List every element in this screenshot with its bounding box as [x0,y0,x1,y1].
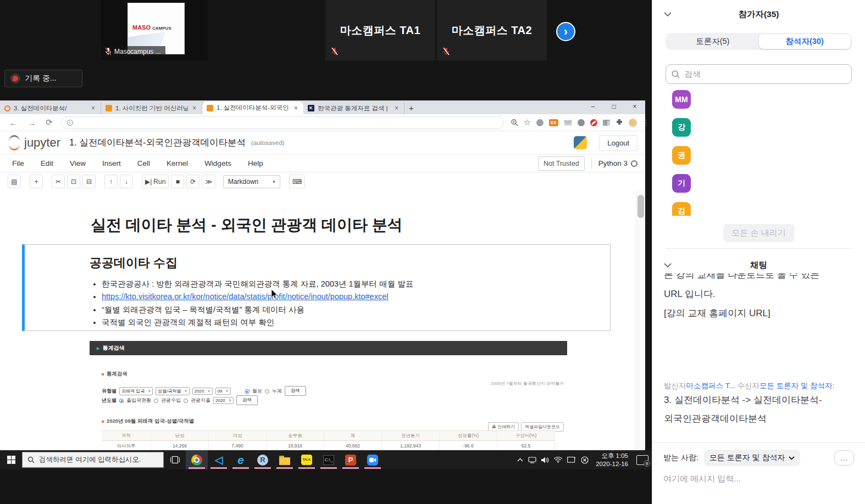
collapse-participants-icon[interactable] [664,12,672,16]
entry-exit-radio[interactable] [119,399,124,403]
taskbar-rstudio[interactable]: R [252,450,274,469]
scrollbar-thumb[interactable] [637,195,644,218]
tab-4[interactable]: K 한국관광 통계자료 검색 | 한국 × [303,102,404,114]
page-info-icon[interactable]: i [67,120,73,126]
recording-indicator[interactable]: 기록 중... [4,70,82,87]
sender-name[interactable]: 마소캠퍼스 T... [686,382,735,390]
new-tab-button[interactable]: + [409,103,414,113]
extension-ex-icon[interactable]: EX [549,119,558,126]
tab-2[interactable]: 1. 사이킷런 기반 머신러닝 - Jup × [101,102,202,114]
notification-center-button[interactable]: 9 [636,455,648,465]
menu-edit[interactable]: Edit [36,157,58,170]
address-bar[interactable]: i [61,116,504,129]
tab-close-icon[interactable]: × [191,104,197,112]
chat-messages[interactable]: 본 강의 교재를 다운로드로 볼 수 있는 URL 입니다. [강의 교재 홈페… [664,273,856,443]
profile-avatar[interactable] [629,119,637,127]
recipient-dropdown[interactable]: 모든 토론자 및 참석자 [704,450,801,466]
start-button[interactable] [0,450,22,469]
zoom-page-icon[interactable] [511,119,518,126]
attendee-row[interactable]: 강 [672,118,691,137]
keyboard-layout-icon[interactable] [567,457,576,463]
taskbar-explorer[interactable] [274,450,296,469]
chat-input[interactable]: 여기에 메시지 입력... [663,474,854,484]
status-x-icon[interactable] [581,456,589,464]
tourism-spending-radio[interactable] [184,399,188,403]
notebook-title[interactable]: 1. 실전데이타분석-외국인관광객데이타분석 [69,137,246,149]
cut-cell-button[interactable]: ✂ [52,175,65,188]
forward-icon[interactable]: → [27,118,36,127]
paste-cell-button[interactable]: ⊟ [82,175,96,188]
restart-run-all-button[interactable]: ≫ [202,175,215,188]
tab-3-active[interactable]: 1. 실전데이타분석-외국인관광 × [202,102,303,114]
menu-help[interactable]: Help [243,157,268,170]
tab-panelists[interactable]: 토론자(5) [667,34,759,49]
menu-insert[interactable]: Insert [98,157,125,170]
participant-search[interactable]: 검색 [666,64,852,84]
menu-kernel[interactable]: Kernel [162,157,192,170]
menu-widgets[interactable]: Widgets [200,157,236,170]
tab-1[interactable]: 3. 실전데이타분석/ × [0,102,101,114]
kto-link[interactable]: https://kto.visitkorea.or.kr/kor/notice/… [102,292,388,301]
tab-close-icon[interactable]: × [293,104,299,112]
jupyter-logo-text[interactable]: jupyter [24,136,60,150]
search-button[interactable]: 검색 [236,395,258,405]
extension-mail-icon[interactable] [564,120,572,126]
move-up-button[interactable]: ↑ [104,175,118,188]
reload-icon[interactable]: ⟳ [46,117,53,127]
collapse-chat-icon[interactable] [664,263,672,267]
scrollbar[interactable] [636,191,645,450]
tab-close-icon[interactable]: × [393,104,400,112]
command-palette-button[interactable]: ⌨ [289,175,305,188]
search-button[interactable]: 검색 [285,386,306,396]
attendee-row[interactable]: 기 [672,174,691,193]
not-trusted-button[interactable]: Not Trusted [538,156,585,171]
extension-reader-icon[interactable] [603,120,610,126]
chat-more-button[interactable]: ... [834,450,854,466]
extension-gear-icon[interactable] [536,119,544,126]
next-videos-button[interactable]: › [556,22,575,41]
taskbar-chrome[interactable] [186,450,208,469]
run-button[interactable]: ▶| Run [142,175,169,188]
taskbar-ie[interactable]: e [230,450,252,469]
month-select[interactable]: 09∨ [215,388,231,395]
year2-select[interactable]: 2020∨ [213,397,234,404]
restart-kernel-button[interactable]: ⟳ [186,175,199,188]
back-icon[interactable]: ← [9,118,18,127]
bookmark-star-icon[interactable]: ☆ [524,117,531,127]
copy-cell-button[interactable]: ⊡ [67,175,80,188]
extension-adblock-icon[interactable] [590,119,597,126]
taskbar-terminal[interactable]: C:\_ [318,450,340,469]
task-view-button[interactable] [164,450,186,469]
taskbar-clock[interactable]: 오후 1:05 2020-12-16 [596,452,628,468]
recipient-name[interactable]: 모든 토론자 및 참석자: [759,382,835,390]
jupyter-logo-icon[interactable] [8,136,22,150]
display-icon[interactable] [528,457,536,463]
logout-button[interactable]: Logout [599,135,637,151]
breakdown-select[interactable]: 성별/국적별∨ [156,387,189,395]
video-tile-ta2[interactable]: 마소캠퍼스 TA2 [437,0,547,60]
close-button[interactable]: × [624,100,645,114]
year-select[interactable]: 2020∨ [192,388,213,395]
monthly-radio[interactable] [245,389,249,394]
video-tile-masocampus[interactable]: MASO CAMPUS Masocampus ... [101,0,208,60]
save-button[interactable]: ▤ [8,175,21,188]
cell-type-dropdown[interactable]: Markdown▾ [223,175,280,188]
add-cell-button[interactable]: + [30,175,43,188]
taskbar-powerpoint[interactable]: P [340,450,362,469]
move-down-button[interactable]: ↓ [120,175,133,188]
lower-all-hands-button[interactable]: 모든 손 내리기 [723,224,794,242]
attendee-row[interactable]: 김 [672,202,691,216]
taskbar-vscode[interactable]: ◁ [208,450,230,469]
video-tile-ta1[interactable]: 마소캠퍼스 TA1 [325,0,435,60]
attendee-row[interactable]: 권 [672,146,691,165]
maximize-button[interactable]: □ [603,100,624,114]
attendee-row[interactable]: MM [672,90,691,109]
markdown-cell-selected[interactable]: 공공데이타 수집 한국관광공사 : 방한 외래관광객과 국민해외관광객 통계 자… [22,244,611,331]
minimize-button[interactable]: – [583,100,603,114]
taskbar-search[interactable]: 검색하려면 여기에 입력하십시오. [22,452,164,468]
cumulative-radio[interactable] [265,389,269,394]
volume-icon[interactable] [541,457,549,463]
browser-menu-icon[interactable]: ⋮ [642,118,650,127]
taskbar-kakaotalk[interactable]: TALK [296,450,318,469]
extensions-puzzle-icon[interactable] [616,119,623,126]
